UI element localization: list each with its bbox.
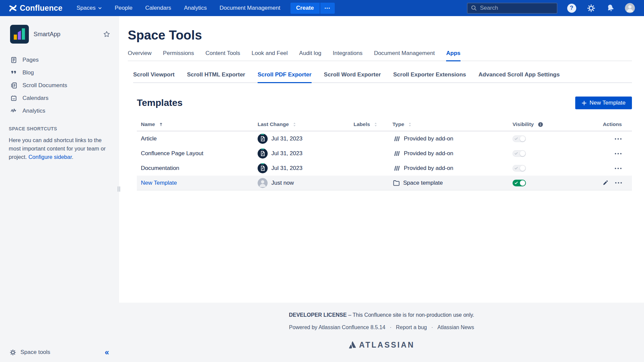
template-type: Provided by add-on	[404, 150, 453, 157]
footer-links: Powered by Atlassian Confluence 8.5.14 ·…	[119, 324, 644, 330]
visibility-toggle	[513, 135, 526, 142]
more-actions-icon[interactable]	[614, 153, 622, 155]
check-icon	[515, 181, 518, 184]
global-search[interactable]	[467, 3, 557, 14]
page-title: Space Tools	[128, 28, 632, 43]
blog-icon	[10, 69, 17, 76]
calendars-icon	[10, 95, 17, 102]
sidebar-item-analytics[interactable]: Analytics	[0, 105, 119, 117]
column-header-visibility: Visibility	[508, 121, 598, 127]
settings-gear-icon	[587, 4, 596, 13]
nav-item-spaces[interactable]: Spaces	[76, 5, 102, 11]
sort-both-icon	[374, 123, 377, 126]
notifications-button[interactable]	[605, 3, 616, 13]
templates-panel: Templates New Template Name	[137, 97, 632, 190]
global-nav-menu: Spaces People Calendars Analytics Docume…	[76, 5, 280, 11]
sidebar-item-blog[interactable]: Blog	[0, 66, 119, 79]
sidebar-item-scroll-documents[interactable]: Scroll Documents	[0, 79, 119, 92]
sort-both-icon	[293, 123, 296, 126]
new-template-button[interactable]: New Template	[575, 97, 632, 109]
column-header-last-change[interactable]: Last Change	[254, 121, 350, 127]
column-header-labels[interactable]: Labels	[350, 121, 388, 127]
license-notice: DEVELOPER LICENSE – This Confluence site…	[119, 312, 644, 318]
star-icon	[103, 31, 110, 38]
help-button[interactable]: ?	[566, 3, 577, 13]
space-logo[interactable]	[10, 25, 29, 44]
atlassian-logo-icon	[348, 341, 357, 349]
tab-look-and-feel[interactable]: Look and Feel	[252, 50, 288, 61]
space-tools-gear-icon	[9, 349, 16, 356]
report-a-bug-link[interactable]: Report a bug	[396, 324, 427, 330]
tab-apps[interactable]: Apps	[446, 50, 461, 61]
nav-item-calendars[interactable]: Calendars	[145, 5, 171, 11]
configure-sidebar-link[interactable]: Configure sidebar	[29, 154, 72, 160]
tab-document-management[interactable]: Document Management	[374, 50, 435, 61]
templates-heading: Templates	[137, 98, 182, 108]
powered-by-text: Powered by Atlassian Confluence 8.5.14	[289, 324, 385, 330]
visibility-toggle[interactable]	[513, 180, 526, 186]
template-name-link[interactable]: New Template	[141, 180, 177, 186]
space-sidebar: SmartApp Pages	[0, 16, 119, 362]
more-actions-icon[interactable]	[615, 182, 622, 184]
top-navigation-bar: Confluence Spaces People Calendars Analy…	[0, 0, 644, 16]
page-footer: DEVELOPER LICENSE – This Confluence site…	[119, 303, 644, 362]
info-icon[interactable]	[538, 122, 543, 127]
template-row-article: Article Jul 31	[137, 131, 632, 146]
settings-button[interactable]	[586, 3, 596, 13]
pages-icon	[10, 56, 17, 64]
nav-item-document-management[interactable]: Document Management	[219, 5, 280, 11]
column-header-name[interactable]: Name	[137, 121, 254, 127]
pdf-template-avatar-icon	[258, 134, 268, 144]
sidebar-resize-handle[interactable]	[118, 186, 121, 192]
addon-type-icon	[392, 135, 401, 142]
create-more-button[interactable]: •••	[320, 3, 335, 14]
tab-permissions[interactable]: Permissions	[163, 50, 194, 61]
more-actions-icon[interactable]	[614, 138, 622, 140]
confluence-logo-icon	[9, 4, 17, 12]
sidebar-item-calendars[interactable]: Calendars	[0, 92, 119, 105]
tab-integrations[interactable]: Integrations	[333, 50, 363, 61]
space-name: SmartApp	[34, 31, 60, 38]
atlassian-logo: ATLASSIAN	[119, 341, 644, 350]
collapse-sidebar-icon[interactable]: «	[105, 349, 109, 356]
edit-pencil-icon[interactable]	[602, 180, 609, 186]
sidebar-item-pages[interactable]: Pages	[0, 54, 119, 66]
favorite-space-button[interactable]	[103, 31, 110, 38]
subtab-scroll-pdf-exporter[interactable]: Scroll PDF Exporter	[258, 71, 312, 83]
confluence-brand[interactable]: Confluence	[9, 4, 62, 13]
subtab-scroll-viewport[interactable]: Scroll Viewport	[133, 71, 174, 83]
table-header-row: Name Last Change Labels	[137, 118, 632, 131]
template-name: Documentation	[137, 165, 254, 172]
brand-name: Confluence	[20, 4, 62, 13]
nav-item-people[interactable]: People	[115, 5, 132, 11]
tab-overview[interactable]: Overview	[128, 50, 152, 61]
template-row-confluence-page-layout: Confluence Page Layout	[137, 146, 632, 161]
last-change-date: Jul 31, 2023	[271, 150, 303, 157]
tab-content-tools[interactable]: Content Tools	[205, 50, 240, 61]
space-shortcuts-text: Here you can add shortcut links to the m…	[9, 136, 111, 161]
user-avatar-icon	[258, 178, 268, 188]
column-header-type[interactable]: Type	[388, 121, 508, 127]
addon-type-icon	[392, 150, 401, 157]
analytics-icon	[10, 107, 17, 115]
subtab-scroll-word-exporter[interactable]: Scroll Word Exporter	[324, 71, 381, 83]
folder-icon	[392, 179, 400, 187]
atlassian-news-link[interactable]: Atlassian News	[437, 324, 474, 330]
space-tools-button[interactable]: Space tools «	[0, 343, 119, 362]
profile-button[interactable]	[625, 3, 635, 13]
create-button[interactable]: Create	[290, 3, 320, 14]
scroll-documents-icon	[10, 82, 17, 89]
more-actions-icon[interactable]	[614, 168, 622, 169]
last-change-date: Jul 31, 2023	[271, 135, 303, 142]
subtab-scroll-html-exporter[interactable]: Scroll HTML Exporter	[187, 71, 245, 83]
search-input[interactable]	[480, 5, 553, 11]
sort-asc-icon	[159, 122, 163, 126]
chevron-down-icon	[98, 7, 102, 10]
nav-item-analytics[interactable]: Analytics	[184, 5, 207, 11]
subtab-advanced-scroll-app-settings[interactable]: Advanced Scroll App Settings	[479, 71, 560, 83]
pdf-template-avatar-icon	[258, 148, 268, 159]
sidebar-nav: Pages Blog Scroll Documents	[0, 54, 119, 117]
subtab-scroll-exporter-extensions[interactable]: Scroll Exporter Extensions	[393, 71, 466, 83]
notifications-bell-icon	[605, 3, 616, 13]
tab-audit-log[interactable]: Audit log	[299, 50, 321, 61]
